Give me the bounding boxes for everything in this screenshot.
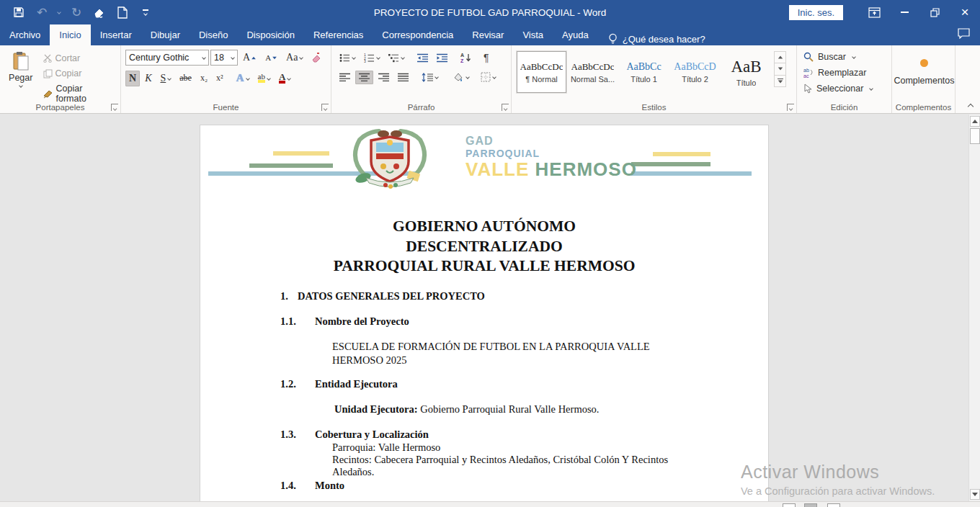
font-dialog-launcher-icon[interactable] bbox=[321, 104, 329, 111]
style-titulo-1[interactable]: AaBbCc Título 1 bbox=[619, 51, 669, 93]
justify-button[interactable] bbox=[394, 71, 412, 84]
ribbon-display-options-icon[interactable] bbox=[859, 0, 889, 24]
grow-font-button[interactable]: A bbox=[239, 50, 260, 66]
tab-ayuda[interactable]: Ayuda bbox=[553, 24, 598, 45]
line-spacing-button[interactable] bbox=[418, 71, 442, 84]
styles-dialog-launcher-icon[interactable] bbox=[787, 104, 794, 111]
vertical-scrollbar[interactable] bbox=[968, 115, 980, 501]
tab-revisar[interactable]: Revisar bbox=[463, 24, 513, 45]
font-name-combo[interactable]: Century Gothic bbox=[125, 50, 209, 66]
styles-scroll-down-icon[interactable] bbox=[775, 63, 785, 75]
find-label: Buscar bbox=[818, 52, 846, 62]
tab-diseno[interactable]: Diseño bbox=[190, 24, 237, 45]
strikethrough-button[interactable]: abe bbox=[176, 71, 195, 86]
text-highlight-button[interactable]: ab bbox=[254, 71, 274, 85]
sign-in-button[interactable]: Inic. ses. bbox=[789, 5, 843, 20]
underline-button[interactable]: S bbox=[156, 71, 174, 86]
scroll-down-icon[interactable] bbox=[970, 489, 980, 500]
logo-stripe-yellow-left bbox=[273, 151, 329, 156]
logo-header: GAD PARROQUIAL VALLE HERMOSO bbox=[200, 125, 768, 192]
svg-text:ab: ab bbox=[803, 68, 809, 73]
cut-label: Cortar bbox=[55, 53, 81, 63]
new-document-icon[interactable] bbox=[112, 3, 133, 22]
shading-button[interactable] bbox=[449, 70, 473, 84]
subscript-button[interactable]: x₂ bbox=[197, 71, 211, 86]
undo-dropdown-icon bbox=[55, 3, 63, 22]
section-1-title: 1.DATOS GENERALES DEL PROYECTO bbox=[280, 290, 727, 303]
clipboard-icon bbox=[12, 51, 30, 71]
borders-button[interactable] bbox=[477, 70, 499, 84]
bold-button[interactable]: N bbox=[125, 71, 140, 86]
increase-indent-button[interactable] bbox=[433, 51, 451, 65]
clipboard-dialog-launcher-icon[interactable] bbox=[111, 104, 118, 111]
decrease-indent-button[interactable] bbox=[414, 51, 432, 65]
collapse-ribbon-icon[interactable] bbox=[968, 104, 974, 109]
close-button[interactable]: × bbox=[950, 0, 980, 24]
tab-insertar[interactable]: Insertar bbox=[91, 24, 141, 45]
logo-text-gad: GAD bbox=[466, 135, 637, 147]
change-case-button[interactable]: Aa bbox=[282, 50, 306, 66]
superscript-button[interactable]: x² bbox=[213, 71, 227, 86]
tell-me-box[interactable]: ¿Qué desea hacer? bbox=[608, 33, 705, 45]
multilevel-list-button[interactable] bbox=[385, 51, 408, 65]
tab-archivo[interactable]: Archivo bbox=[0, 24, 50, 45]
align-center-button[interactable] bbox=[355, 71, 373, 84]
document-page[interactable]: GAD PARROQUIAL VALLE HERMOSO GOBIERNO AU… bbox=[200, 125, 769, 501]
replace-label: Reemplazar bbox=[818, 68, 866, 78]
tab-dibujar[interactable]: Dibujar bbox=[141, 24, 190, 45]
style-titulo[interactable]: AaB Título bbox=[721, 51, 771, 93]
find-button[interactable]: Buscar bbox=[801, 50, 888, 63]
tab-correspondencia[interactable]: Correspondencia bbox=[373, 24, 463, 45]
show-paragraph-marks-button[interactable]: ¶ bbox=[480, 50, 493, 66]
styles-more-icon[interactable] bbox=[775, 76, 785, 86]
select-button[interactable]: Seleccionar bbox=[801, 82, 888, 95]
font-size-combo[interactable]: 18 bbox=[210, 50, 238, 66]
group-label-edicion: Edición bbox=[797, 103, 891, 112]
style-normal[interactable]: AaBbCcDc ¶ Normal bbox=[517, 51, 566, 93]
scrollbar-thumb[interactable] bbox=[970, 128, 980, 144]
scissors-icon bbox=[43, 54, 53, 63]
minimize-button[interactable] bbox=[889, 0, 919, 24]
addins-button[interactable]: Complementos bbox=[896, 50, 952, 94]
format-painter-icon bbox=[43, 89, 53, 99]
text-effects-button[interactable]: A bbox=[233, 70, 253, 86]
section-1-2-body-bold: Unidad Ejecutora: bbox=[334, 403, 418, 415]
paste-dropdown-icon[interactable] bbox=[19, 84, 23, 88]
paragraph-dialog-launcher-icon[interactable] bbox=[502, 104, 509, 111]
replace-button[interactable]: abac Reemplazar bbox=[801, 66, 888, 79]
customize-qat-icon[interactable] bbox=[135, 3, 156, 22]
style-normal-sa[interactable]: AaBbCcDc Normal Sa... bbox=[568, 51, 618, 93]
styles-scroll-up-icon[interactable] bbox=[775, 52, 785, 63]
italic-button[interactable]: K bbox=[141, 71, 155, 86]
web-layout-icon[interactable] bbox=[827, 503, 840, 507]
numbering-button[interactable]: 123 bbox=[360, 51, 383, 65]
restore-button[interactable] bbox=[919, 0, 950, 24]
sort-button[interactable]: AZ bbox=[457, 50, 476, 65]
print-layout-icon[interactable] bbox=[804, 503, 817, 507]
addin-dot-icon bbox=[920, 59, 928, 67]
tab-disposicion[interactable]: Disposición bbox=[237, 24, 303, 45]
heading-line-1: GOBIERNO AUTÓNOMO bbox=[200, 217, 768, 237]
bullets-button[interactable] bbox=[336, 51, 359, 65]
group-edicion: Buscar abac Reemplazar Seleccionar Edici… bbox=[797, 45, 892, 113]
font-color-button[interactable]: A bbox=[275, 71, 294, 86]
style-titulo-2[interactable]: AaBbCcD Título 2 bbox=[670, 51, 720, 93]
redo-icon: ↻ bbox=[66, 3, 86, 22]
section-1-2-body-rest: Gobierno Parroquial Rural Valle Hermoso. bbox=[418, 403, 600, 415]
align-right-button[interactable] bbox=[375, 71, 393, 84]
paste-button[interactable]: Pegar bbox=[4, 50, 37, 100]
tab-vista[interactable]: Vista bbox=[513, 24, 553, 45]
align-left-button[interactable] bbox=[336, 71, 354, 84]
addins-label: Complementos bbox=[894, 76, 954, 86]
clear-formatting-button[interactable] bbox=[308, 50, 326, 65]
eraser-icon[interactable] bbox=[89, 3, 110, 22]
format-painter-button[interactable]: Copiar formato bbox=[40, 82, 118, 105]
scroll-up-icon[interactable] bbox=[970, 116, 980, 127]
shrink-font-button[interactable]: A bbox=[262, 51, 281, 64]
document-area[interactable]: GAD PARROQUIAL VALLE HERMOSO GOBIERNO AU… bbox=[0, 115, 980, 501]
comment-icon[interactable] bbox=[958, 28, 970, 42]
save-icon[interactable] bbox=[9, 3, 29, 22]
tab-inicio[interactable]: Inicio bbox=[50, 24, 90, 45]
tab-referencias[interactable]: Referencias bbox=[304, 24, 373, 45]
read-mode-icon[interactable] bbox=[783, 503, 796, 507]
